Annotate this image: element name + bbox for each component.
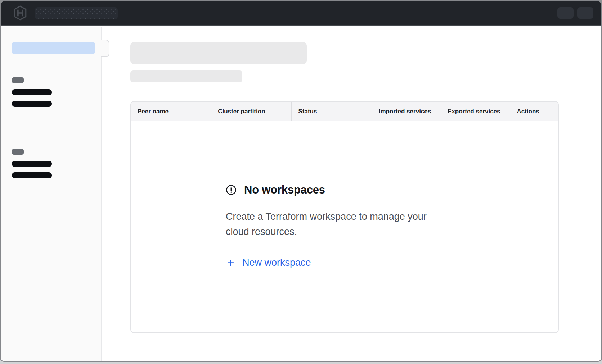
column-header-status: Status <box>291 102 372 121</box>
sidebar-nav-item-skeleton-3[interactable] <box>12 161 52 167</box>
topbar <box>1 1 601 26</box>
topbar-button-skeleton-1[interactable] <box>557 7 574 19</box>
new-workspace-button[interactable]: New workspace <box>226 257 311 268</box>
app-window: Peer nameCluster partitionStatusImported… <box>0 0 602 362</box>
alert-circle-icon <box>226 185 237 195</box>
column-header-exported-services: Exported services <box>441 102 510 121</box>
column-header-cluster-partition: Cluster partition <box>211 102 291 121</box>
sidebar-nav-item-skeleton-2[interactable] <box>12 101 52 107</box>
empty-state-title: No workspaces <box>244 183 325 196</box>
column-header-actions: Actions <box>510 102 558 121</box>
table-header-row: Peer nameCluster partitionStatusImported… <box>131 102 558 121</box>
new-workspace-label: New workspace <box>242 257 311 268</box>
screen: Peer nameCluster partitionStatusImported… <box>0 0 602 364</box>
search-input-skeleton[interactable] <box>35 7 118 19</box>
sidebar-section-label-skeleton-2 <box>12 149 24 155</box>
empty-state-description: Create a Terraform workspace to manage y… <box>226 209 463 239</box>
column-header-imported-services: Imported services <box>372 102 441 121</box>
topbar-button-skeleton-2[interactable] <box>577 7 593 19</box>
sidebar <box>1 27 102 361</box>
sidebar-collapse-handle[interactable] <box>101 40 109 57</box>
column-header-peer-name: Peer name <box>131 102 211 121</box>
page-title-skeleton <box>130 42 307 64</box>
page-subtitle-skeleton <box>130 70 242 82</box>
sidebar-nav-item-skeleton-1[interactable] <box>12 89 52 95</box>
plus-icon <box>226 258 235 268</box>
hashicorp-logo-icon[interactable] <box>13 5 27 21</box>
empty-state: No workspaces Create a Terraform workspa… <box>226 121 463 268</box>
sidebar-active-item-skeleton[interactable] <box>12 42 95 54</box>
sidebar-section-label-skeleton-1 <box>12 77 24 83</box>
peers-table: Peer nameCluster partitionStatusImported… <box>130 101 559 333</box>
sidebar-nav-item-skeleton-4[interactable] <box>12 172 52 178</box>
